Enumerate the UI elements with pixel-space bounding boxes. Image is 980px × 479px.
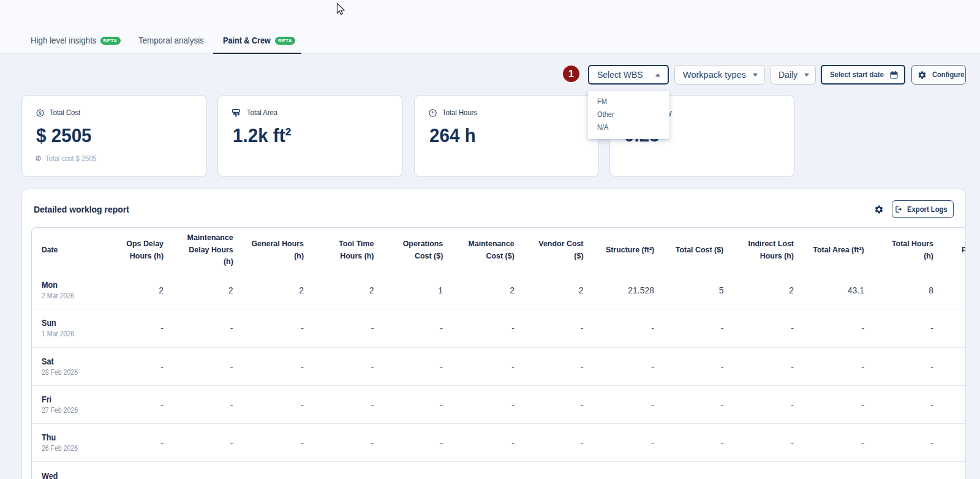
svg-text:$: $ bbox=[39, 111, 42, 116]
svg-text:$: $ bbox=[37, 156, 39, 160]
